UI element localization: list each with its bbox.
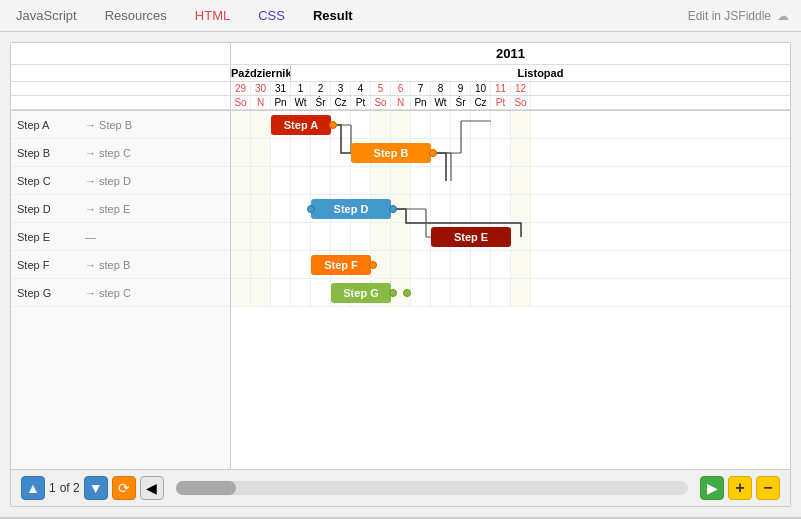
tab-javascript[interactable]: JavaScript [12, 6, 81, 25]
task-name-e: Step E [17, 231, 77, 243]
prev-button[interactable]: ◀ [140, 476, 164, 500]
down-arrow-icon: ▼ [89, 480, 103, 496]
task-row-f: Step F → step B [11, 251, 230, 279]
zoom-out-button[interactable]: − [756, 476, 780, 500]
dow-pt: Pt [351, 96, 371, 109]
task-dep-d: → step E [85, 203, 130, 215]
task-name-a: Step A [17, 119, 77, 131]
dow-row: So N Pn Wt Śr Cz Pt So N Pn Wt Śr Cz Pt [11, 96, 790, 110]
task-row-d: Step D → step E [11, 195, 230, 223]
dow-cz: Cz [331, 96, 351, 109]
reset-icon: ⟳ [118, 480, 130, 496]
day-numbers-row: 29 30 31 1 2 3 4 5 6 7 8 9 10 11 [11, 82, 790, 96]
day-5: 5 [371, 82, 391, 95]
task-row-e: Step E — [11, 223, 230, 251]
gantt-bottom: ▲ 1 of 2 ▼ ⟳ ◀ [11, 469, 790, 506]
task-name-b: Step B [17, 147, 77, 159]
day-31: 31 [271, 82, 291, 95]
day-8: 8 [431, 82, 451, 95]
tab-css[interactable]: CSS [254, 6, 289, 25]
day-12: 12 [511, 82, 531, 95]
dow-pn2: Pn [411, 96, 431, 109]
top-bar: JavaScript Resources HTML CSS Result Edi… [0, 0, 801, 32]
task-name-d: Step D [17, 203, 77, 215]
dow-so1: So [231, 96, 251, 109]
month-pazdziernik: Październik [231, 65, 291, 81]
day-30: 30 [251, 82, 271, 95]
up-arrow-icon: ▲ [26, 480, 40, 496]
next-button[interactable]: ▶ [700, 476, 724, 500]
day-11: 11 [491, 82, 511, 95]
gantt-labels: Step A → Step B Step B → step C Step C →… [11, 111, 231, 469]
plus-icon: + [735, 479, 744, 497]
app-container: JavaScript Resources HTML CSS Result Edi… [0, 0, 801, 519]
task-name-c: Step C [17, 175, 77, 187]
day-1: 1 [291, 82, 311, 95]
task-name-f: Step F [17, 259, 77, 271]
page-of-label: of 2 [60, 481, 80, 495]
task-dep-f: → step B [85, 259, 130, 271]
gantt-wrapper: 2011 Październik Listopad 29 30 [10, 42, 791, 507]
page-current: 1 [49, 481, 56, 495]
task-dep-e: — [85, 231, 96, 243]
task-dep-g: → step C [85, 287, 131, 299]
dow-cz2: Cz [471, 96, 491, 109]
grid-rows [231, 111, 790, 469]
month-row: Październik Listopad [11, 65, 790, 82]
day-2: 2 [311, 82, 331, 95]
scrollbar-thumb[interactable] [176, 481, 236, 495]
task-row-c: Step C → step D [11, 167, 230, 195]
jsfiddle-icon: ☁ [777, 9, 789, 23]
dow-pt2: Pt [491, 96, 511, 109]
scroll-down-button[interactable]: ▼ [84, 476, 108, 500]
task-name-g: Step G [17, 287, 77, 299]
task-dep-b: → step C [85, 147, 131, 159]
task-row-a: Step A → Step B [11, 111, 230, 139]
day-6: 6 [391, 82, 411, 95]
task-dep-a: → Step B [85, 119, 132, 131]
dow-n1: N [251, 96, 271, 109]
main-content: 2011 Październik Listopad 29 30 [0, 32, 801, 517]
dow-pn1: Pn [271, 96, 291, 109]
dow-sr: Śr [311, 96, 331, 109]
month-listopad: Listopad [291, 65, 790, 81]
minus-icon: − [763, 479, 772, 497]
edit-link[interactable]: Edit in JSFiddle [688, 9, 771, 23]
dow-so2: So [371, 96, 391, 109]
day-10: 10 [471, 82, 491, 95]
prev-icon: ◀ [146, 480, 157, 496]
day-3: 3 [331, 82, 351, 95]
task-row-g: Step G → step C [11, 279, 230, 307]
tab-resources[interactable]: Resources [101, 6, 171, 25]
zoom-in-button[interactable]: + [728, 476, 752, 500]
task-dep-c: → step D [85, 175, 131, 187]
scrollbar-track[interactable] [176, 481, 688, 495]
task-row-b: Step B → step C [11, 139, 230, 167]
next-icon: ▶ [707, 480, 718, 496]
dow-wt: Wt [291, 96, 311, 109]
day-4: 4 [351, 82, 371, 95]
tab-html[interactable]: HTML [191, 6, 234, 25]
year-row: 2011 [11, 43, 790, 65]
scroll-up-button[interactable]: ▲ [21, 476, 45, 500]
gantt-grid-area: Step A Step B Step D Step E Ste [231, 111, 790, 469]
day-7: 7 [411, 82, 431, 95]
year-label: 2011 [231, 43, 790, 64]
gantt-header: 2011 Październik Listopad 29 30 [11, 43, 790, 111]
dow-sr2: Śr [451, 96, 471, 109]
gantt-rows: Step A → Step B Step B → step C Step C →… [11, 111, 790, 469]
day-9: 9 [451, 82, 471, 95]
dow-wt2: Wt [431, 96, 451, 109]
tab-result[interactable]: Result [309, 6, 357, 25]
dow-so3: So [511, 96, 531, 109]
top-bar-right: Edit in JSFiddle ☁ [688, 9, 789, 23]
dow-n2: N [391, 96, 411, 109]
day-29: 29 [231, 82, 251, 95]
reset-button[interactable]: ⟳ [112, 476, 136, 500]
